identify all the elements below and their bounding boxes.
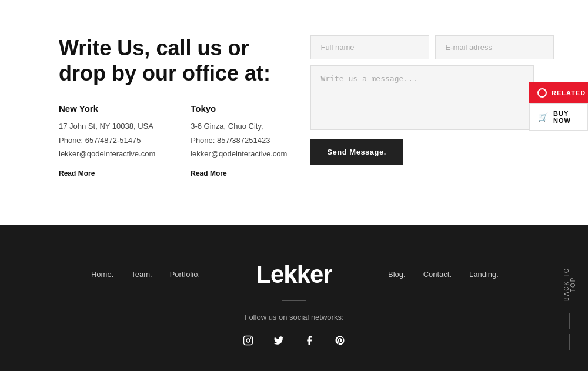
main-wrapper: Write Us, call us or drop by our office … <box>0 0 588 225</box>
related-icon <box>537 88 547 98</box>
address-ny: 17 John St, NY 10038, USA <box>59 122 153 131</box>
contact-form: Send Message. <box>310 35 534 165</box>
full-name-input[interactable] <box>310 35 429 59</box>
back-to-top-button[interactable]: Back To Top <box>563 260 576 350</box>
main-heading: Write Us, call us or drop by our office … <box>59 35 287 86</box>
contact-left: Write Us, call us or drop by our office … <box>59 35 287 178</box>
instagram-icon[interactable] <box>239 331 258 350</box>
cart-icon: 🛒 <box>538 112 549 122</box>
office-tokyo: Tokyo 3-6 Ginza, Chuo City, Phone: 857/3… <box>191 103 287 178</box>
footer: Home. Team. Portfolio. Lekker Blog. Cont… <box>0 225 588 371</box>
send-button[interactable]: Send Message. <box>310 139 402 165</box>
svg-rect-0 <box>244 336 253 345</box>
footer-wrapper: Home. Team. Portfolio. Lekker Blog. Cont… <box>0 260 588 350</box>
footer-nav: Home. Team. Portfolio. Lekker Blog. Cont… <box>0 260 588 289</box>
footer-nav-left: Home. Team. Portfolio. <box>0 270 247 279</box>
buy-now-label: BUY NOW <box>553 110 579 124</box>
email-ny: lekker@qodeinteractive.com <box>59 149 155 158</box>
social-icons <box>0 331 588 350</box>
message-textarea[interactable] <box>310 65 534 130</box>
footer-link-blog[interactable]: Blog. <box>388 270 406 279</box>
svg-point-1 <box>246 339 250 342</box>
form-row-names <box>310 35 534 59</box>
read-more-tokyo[interactable]: Read More <box>191 169 249 178</box>
follow-text: Follow us on social networks: <box>0 313 588 322</box>
footer-link-contact[interactable]: Contact. <box>423 270 452 279</box>
back-to-top-label: Back To Top <box>563 260 576 308</box>
address-tokyo: 3-6 Ginza, Chuo City, <box>191 122 263 131</box>
footer-divider <box>282 300 306 301</box>
city-name-ny: New York <box>59 103 155 113</box>
footer-logo: Lekker <box>247 260 341 289</box>
offices-container: New York 17 John St, NY 10038, USA Phone… <box>59 103 287 178</box>
side-widgets: RELATED 🛒 BUY NOW <box>529 82 588 131</box>
city-name-tokyo: Tokyo <box>191 103 287 113</box>
related-label: RELATED <box>552 89 586 96</box>
related-widget[interactable]: RELATED <box>529 82 588 103</box>
pinterest-icon[interactable] <box>330 331 349 350</box>
twitter-icon[interactable] <box>269 331 288 350</box>
read-more-ny[interactable]: Read More <box>59 169 117 178</box>
email-tokyo: lekker@qodeinteractive.com <box>191 149 287 158</box>
phone-ny: Phone: 657/4872-51475 <box>59 136 141 145</box>
office-new-york: New York 17 John St, NY 10038, USA Phone… <box>59 103 155 178</box>
buy-now-widget[interactable]: 🛒 BUY NOW <box>529 103 588 131</box>
email-input[interactable] <box>435 35 554 59</box>
footer-link-landing[interactable]: Landing. <box>469 270 499 279</box>
phone-tokyo: Phone: 857/387251423 <box>191 136 270 145</box>
svg-point-2 <box>250 337 251 338</box>
footer-nav-right: Blog. Contact. Landing. <box>341 270 588 279</box>
facebook-icon[interactable] <box>300 331 319 350</box>
contact-section: Write Us, call us or drop by our office … <box>0 0 588 225</box>
footer-link-home[interactable]: Home. <box>91 270 113 279</box>
footer-link-team[interactable]: Team. <box>131 270 152 279</box>
footer-link-portfolio[interactable]: Portfolio. <box>170 270 200 279</box>
